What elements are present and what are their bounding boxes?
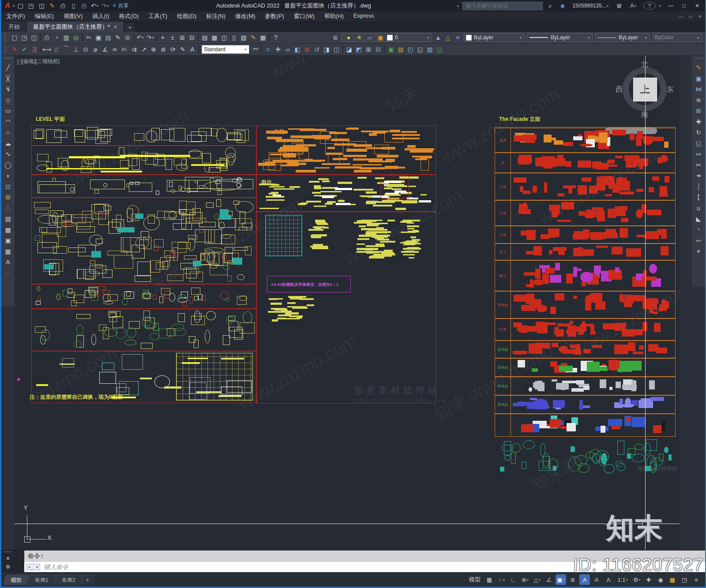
dim-style-combo[interactable]: Standard▾ xyxy=(202,45,249,54)
tool-icon-7[interactable]: ◨ xyxy=(322,45,331,54)
open-file-icon[interactable]: ◳ xyxy=(26,1,36,11)
tab-start[interactable]: 开始 xyxy=(2,22,26,32)
break-icon[interactable]: ╏ xyxy=(693,192,704,203)
cart-icon[interactable]: ⋓ xyxy=(614,1,624,11)
color-combo[interactable]: ByLayer▾ xyxy=(464,33,525,42)
open-icon[interactable]: ◳ xyxy=(19,33,29,42)
spellcheck-icon[interactable]: ✔ xyxy=(19,45,29,54)
lineweight-combo[interactable]: ByLayer▾ xyxy=(595,33,650,42)
plot-icon[interactable]: ⎙ xyxy=(42,33,52,42)
tool-icon-17[interactable]: ▥ xyxy=(425,45,435,54)
help-caret-icon[interactable]: ▾ xyxy=(659,4,661,8)
paste-icon[interactable]: ▤ xyxy=(103,33,113,42)
redo-icon[interactable]: ↷▾ xyxy=(100,1,110,11)
search-icon[interactable]: ⌕ xyxy=(545,1,555,11)
model-layout-toggle[interactable]: 模型 xyxy=(467,574,483,585)
toolbar-grip[interactable] xyxy=(5,34,8,41)
polyline-icon[interactable]: ↯ xyxy=(3,84,13,95)
plotstyle-combo[interactable]: ByColor▾ xyxy=(653,33,702,42)
markup-icon[interactable]: ✎ xyxy=(248,33,258,42)
viewport-controls-label[interactable]: [-][俯视][二维线框] xyxy=(17,58,60,65)
menu-item[interactable]: 插入(I) xyxy=(87,12,114,20)
tool-icon-18[interactable]: ◲ xyxy=(435,45,444,54)
layout-tab-add[interactable]: + xyxy=(81,575,95,585)
tab-active-document[interactable]: 最新平立面图块（店主推荐）*✕ xyxy=(27,22,124,32)
quickcalc-icon[interactable]: ▦ xyxy=(258,33,268,42)
point-style-icon[interactable]: ⁘ xyxy=(3,268,13,279)
move-icon[interactable]: ✚ xyxy=(693,116,704,127)
plot-icon[interactable]: ⎙ xyxy=(58,1,68,11)
customization-button[interactable]: ≡ xyxy=(691,574,702,585)
tool-icon-5[interactable]: ⊠ xyxy=(302,45,312,54)
blend-icon[interactable]: ∾ xyxy=(693,235,704,246)
properties-palette-icon[interactable]: ▤ xyxy=(200,33,210,42)
maximize-button[interactable]: □ xyxy=(678,1,690,11)
dim-baseline-icon[interactable]: ⊨ xyxy=(120,45,129,54)
help-icon[interactable]: ? xyxy=(271,33,281,42)
spline-icon[interactable]: ∿ xyxy=(3,149,13,160)
menu-item[interactable]: 帮助(H) xyxy=(319,12,349,20)
point-icon[interactable]: ∴ xyxy=(3,203,13,214)
trim-icon[interactable]: ✂ xyxy=(693,160,704,171)
logo-caret-icon[interactable]: ▾ xyxy=(13,4,15,8)
mirror-icon[interactable]: ⋈ xyxy=(693,84,704,95)
menu-item[interactable]: 格式(O) xyxy=(114,12,144,20)
mobile-icon[interactable]: ▯ xyxy=(68,1,78,11)
dim-text-edit-icon[interactable]: A xyxy=(188,45,197,54)
tab-add-button[interactable]: + xyxy=(125,23,135,32)
menu-item[interactable]: 编辑(E) xyxy=(30,12,59,20)
tab-close-icon[interactable]: ✕ xyxy=(113,24,117,30)
dim-edit-icon[interactable]: ✎ xyxy=(178,45,188,54)
doc-restore-button[interactable]: ▭ xyxy=(686,13,695,20)
tool-icon-11[interactable]: ⊞ xyxy=(364,45,373,54)
tool-palettes-icon[interactable]: ▯ xyxy=(229,33,239,42)
account-button[interactable]: 1505999135...▾ xyxy=(570,1,612,11)
line-icon[interactable]: ╱ xyxy=(3,62,13,73)
ortho-mode-toggle[interactable]: ∟ xyxy=(508,574,518,585)
annotation-scale-button[interactable]: 1:1▾ xyxy=(615,574,630,585)
layer-on-icon[interactable]: ● xyxy=(344,33,353,42)
annotate-icon[interactable]: ✎ xyxy=(10,45,19,54)
match-properties-icon[interactable]: ✎ xyxy=(113,33,123,42)
zoom-previous-icon[interactable]: ⊟ xyxy=(187,33,197,42)
layer-properties-icon[interactable]: ▦ xyxy=(210,33,219,42)
doc-close-button[interactable]: ✕ xyxy=(695,13,705,20)
erase-icon[interactable]: ✎ xyxy=(693,62,704,73)
command-customize-icon[interactable]: ⚙ xyxy=(4,563,12,571)
menu-item[interactable]: 视图(V) xyxy=(59,12,87,20)
tool-icon-3[interactable]: ▱ xyxy=(283,45,293,54)
ellipse-arc-icon[interactable]: ◗ xyxy=(3,170,13,181)
revision-cloud-icon[interactable]: ☁ xyxy=(3,138,13,149)
lineweight-display-toggle[interactable]: ≣ xyxy=(567,574,578,585)
snap-mode-toggle[interactable]: ⁘▾ xyxy=(496,574,507,585)
autocad-logo[interactable]: A xyxy=(5,1,10,10)
center-mark-icon[interactable]: ⊚ xyxy=(158,45,168,54)
toolbar-grip[interactable] xyxy=(5,45,8,53)
chamfer-icon[interactable]: ◣ xyxy=(693,213,704,225)
offset-icon[interactable]: ≋ xyxy=(693,95,704,106)
tool-icon-12[interactable]: ⊟ xyxy=(373,45,383,54)
dim-linear-icon[interactable]: ⟷ xyxy=(42,45,52,54)
search-input[interactable] xyxy=(462,2,543,10)
fillet-icon[interactable]: ◝ xyxy=(693,225,704,236)
tool-icon-6[interactable]: ↺ xyxy=(312,45,322,54)
create-block-icon[interactable]: ⊞ xyxy=(3,192,13,203)
dim-update-icon[interactable]: ⟳ xyxy=(168,45,178,54)
sheet-set-icon[interactable]: ▧ xyxy=(239,33,248,42)
dim-style-icon[interactable]: ⌤ xyxy=(251,45,260,54)
dim-arc-icon[interactable]: ⌒ xyxy=(61,45,71,54)
command-prompt-icon[interactable]: >_ ▾ xyxy=(26,564,40,570)
dock-grip[interactable] xyxy=(695,58,702,60)
view-cube-south[interactable]: 南 xyxy=(641,110,648,120)
layer-states-icon[interactable]: ≣ xyxy=(330,33,340,42)
minimize-button[interactable]: — xyxy=(665,1,677,11)
undo-icon[interactable]: ↶▾ xyxy=(90,1,99,11)
pan-icon[interactable]: ⌖ xyxy=(158,33,168,42)
scale-icon[interactable]: ◱ xyxy=(693,138,704,149)
rectangle-icon[interactable]: ▭ xyxy=(3,105,13,116)
zoom-realtime-icon[interactable]: ± xyxy=(168,33,177,42)
spray-icon[interactable]: ⇶ xyxy=(29,45,39,54)
polar-tracking-toggle[interactable]: ⊕▾ xyxy=(520,574,530,585)
isometric-drafting-toggle[interactable]: △▾ xyxy=(532,574,542,585)
tool-icon-9[interactable]: ◪ xyxy=(344,45,354,54)
